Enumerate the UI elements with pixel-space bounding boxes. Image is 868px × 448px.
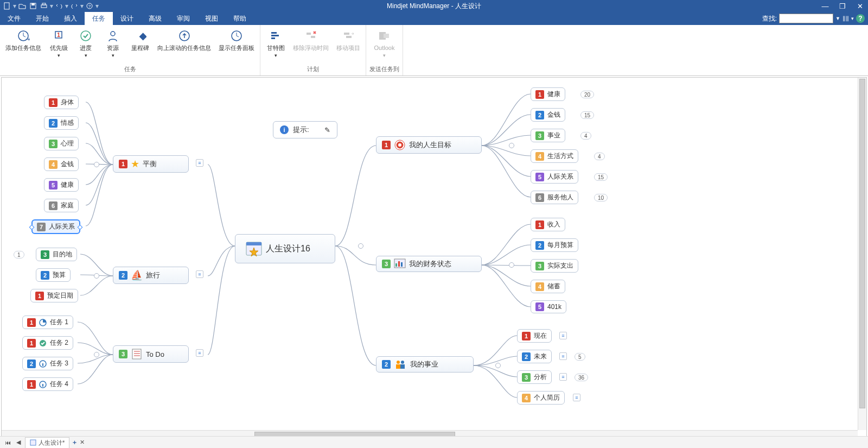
qat-open-icon[interactable] — [17, 1, 27, 11]
ribbon-progress[interactable]: 进度▾ — [74, 27, 98, 64]
tab-nav-prev[interactable]: ◀ — [14, 439, 23, 446]
note-icon[interactable]: ≡ — [196, 270, 203, 278]
menu-home[interactable]: 开始 — [28, 12, 56, 26]
tab-add-icon[interactable]: ＋ — [72, 438, 78, 446]
leaf-budget[interactable]: 2每月预算 — [531, 238, 578, 252]
qat-print-icon[interactable] — [39, 1, 49, 11]
qat-save-icon[interactable] — [28, 1, 38, 11]
tab-nav-first[interactable]: ⏮ — [3, 439, 12, 446]
search-dd-icon[interactable]: ▼ — [835, 16, 840, 21]
collapse-handle[interactable] — [94, 162, 99, 167]
leaf-now[interactable]: 1现在 — [517, 329, 552, 343]
menu-file[interactable]: 文件 — [0, 12, 28, 26]
leaf-income[interactable]: 1收入 — [531, 218, 565, 231]
ribbon-priority[interactable]: 1优先级▾ — [47, 27, 71, 64]
leaf-health[interactable]: 1健康 — [531, 87, 565, 101]
leaf-family[interactable]: 6家庭 — [44, 199, 79, 212]
leaf-401k[interactable]: 5401k — [531, 300, 566, 313]
leaf-money[interactable]: 2金钱 — [531, 108, 565, 122]
leaf-career[interactable]: 3事业 — [531, 129, 565, 142]
ribbon-milestone[interactable]: 里程碑 — [128, 27, 152, 64]
node-finance[interactable]: 3 我的财务状态 — [376, 256, 482, 272]
leaf-serve[interactable]: 6服务他人 — [531, 191, 578, 204]
collapse-handle[interactable] — [94, 273, 99, 279]
leaf-budget2[interactable]: 2预算 — [36, 268, 71, 282]
edit-icon[interactable]: ✎ — [324, 126, 330, 134]
qat-help-icon[interactable]: ? — [85, 1, 94, 11]
leaf-body[interactable]: 1身体 — [44, 96, 79, 109]
note-icon[interactable]: ≡ — [196, 349, 203, 357]
leaf-mind[interactable]: 3心理 — [44, 137, 79, 150]
count-pill[interactable]: 10 — [594, 194, 608, 201]
menu-help[interactable]: 帮助 — [226, 12, 254, 26]
leaf-task1[interactable]: 1任务 1 — [22, 316, 73, 329]
qat-redo-icon[interactable] — [69, 1, 79, 11]
menu-advanced[interactable]: 高级 — [141, 12, 169, 26]
leaf-spending[interactable]: 3实际支出 — [531, 259, 578, 273]
tab-close-icon[interactable]: ✕ — [80, 439, 85, 446]
note-icon[interactable]: ≡ — [559, 373, 567, 381]
count-pill[interactable]: 5 — [575, 353, 585, 361]
count-pill[interactable]: 1 — [14, 251, 24, 258]
leaf-task2[interactable]: 1任务 2 — [22, 336, 73, 350]
leaf-savings[interactable]: 4储蓄 — [531, 280, 565, 293]
help-icon[interactable]: ? — [856, 14, 865, 23]
menu-review[interactable]: 审阅 — [169, 12, 197, 26]
maximize-button[interactable]: ❐ — [834, 0, 851, 12]
count-pill[interactable]: 20 — [580, 91, 594, 98]
leaf-task3[interactable]: 2任务 3 — [22, 357, 73, 370]
center-node[interactable]: 人生设计16 — [235, 234, 335, 263]
qat-undo-icon[interactable] — [54, 1, 64, 11]
canvas[interactable]: i 提示: ✎ 人生设计16 1 我的人生目标 1健康 20 2金钱 15 3事… — [1, 77, 867, 439]
qat-new-icon[interactable] — [2, 1, 12, 11]
ribbon-resource[interactable]: 资源▾ — [101, 27, 125, 64]
collapse-handle[interactable] — [495, 363, 501, 368]
leaf-task4[interactable]: 1任务 4 — [22, 377, 73, 391]
count-pill[interactable]: 4 — [580, 132, 591, 140]
menu-design[interactable]: 设计 — [113, 12, 141, 26]
leaf-emotion[interactable]: 2情感 — [44, 116, 79, 130]
leaf-resume[interactable]: 4个人简历 — [517, 391, 565, 405]
note-icon[interactable]: ≡ — [196, 159, 203, 167]
leaf-future[interactable]: 2未来 — [517, 350, 552, 363]
collapse-handle[interactable] — [509, 262, 514, 268]
tip-box[interactable]: i 提示: ✎ — [273, 121, 337, 138]
leaf-health2[interactable]: 5健康 — [44, 178, 79, 192]
note-icon[interactable]: ≡ — [559, 352, 567, 360]
ribbon-rollup[interactable]: 向上滚动的任务信息 — [155, 27, 213, 64]
leaf-analysis[interactable]: 3分析 — [517, 370, 552, 384]
leaf-lifestyle[interactable]: 4生活方式 — [531, 149, 578, 163]
ribbon-add-task-info[interactable]: +添加任务信息 — [3, 27, 43, 64]
menu-task[interactable]: 任务 — [85, 12, 113, 26]
search-options-icon[interactable]: ⦀⦀ — [843, 14, 849, 23]
count-pill[interactable]: 15 — [580, 111, 594, 119]
search-input[interactable] — [779, 14, 833, 23]
menu-insert[interactable]: 插入 — [56, 12, 85, 26]
node-life-goals[interactable]: 1 我的人生目标 — [376, 136, 482, 154]
node-todo[interactable]: 3 To Do — [113, 345, 189, 363]
leaf-relationship2[interactable]: 7人际关系 — [31, 219, 80, 234]
count-pill[interactable]: 36 — [575, 374, 588, 381]
collapse-handle[interactable] — [358, 243, 363, 249]
count-pill[interactable]: 4 — [594, 153, 605, 160]
node-balance[interactable]: 1 ★ 平衡 — [113, 155, 189, 173]
leaf-bookdate[interactable]: 1预定日期 — [30, 289, 78, 302]
ribbon-gantt[interactable]: 甘特图▾ — [264, 27, 288, 64]
leaf-relationship[interactable]: 5人际关系 — [531, 170, 578, 184]
document-tab[interactable]: 人生设计* — [25, 437, 69, 448]
ribbon-task-panel[interactable]: 显示任务面板 — [216, 27, 257, 64]
collapse-handle[interactable] — [94, 352, 99, 357]
count-pill[interactable]: 15 — [594, 173, 608, 181]
search-menu-dd[interactable]: ▾ — [851, 16, 854, 21]
menu-view[interactable]: 视图 — [197, 12, 226, 26]
minimize-button[interactable]: — — [817, 0, 833, 12]
note-icon[interactable]: ≡ — [573, 394, 580, 401]
close-button[interactable]: ✕ — [852, 0, 868, 12]
leaf-destination[interactable]: 3目的地 — [36, 248, 77, 261]
node-travel[interactable]: 2 ⛵ 旅行 — [113, 267, 189, 284]
collapse-handle[interactable] — [509, 143, 514, 148]
vertical-scrollbar[interactable] — [858, 78, 866, 430]
node-career[interactable]: 2 我的事业 — [376, 356, 474, 373]
leaf-money2[interactable]: 4金钱 — [44, 157, 79, 171]
note-icon[interactable]: ≡ — [559, 332, 567, 339]
